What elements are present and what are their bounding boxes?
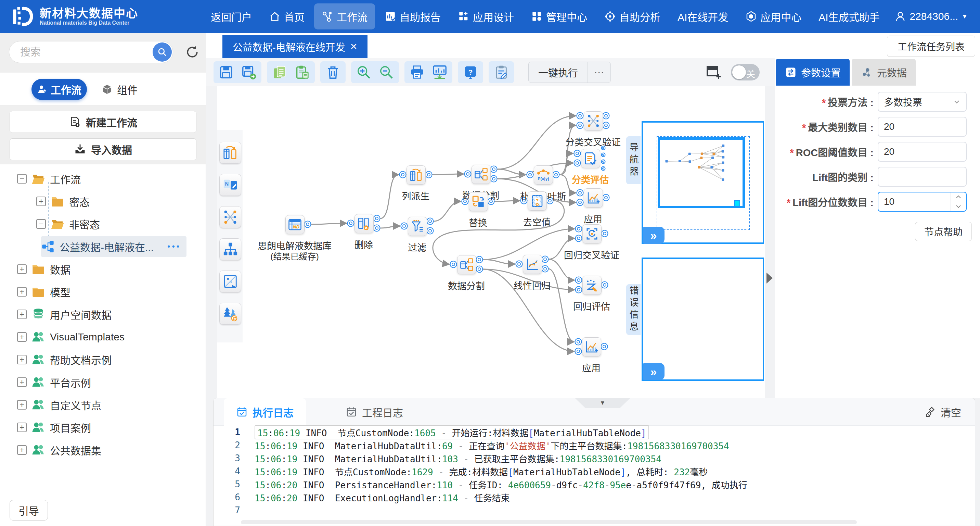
present-button[interactable]: [432, 64, 447, 80]
nav-item-8[interactable]: AI在线开发: [670, 3, 736, 29]
panel-collapse-icon[interactable]: [767, 273, 773, 284]
palette-p-scatter-button[interactable]: [220, 271, 241, 292]
nav-item-3[interactable]: 工作流: [314, 3, 375, 29]
log-line[interactable]: 7: [213, 504, 975, 517]
trash-button[interactable]: [325, 64, 341, 80]
navigator-panel[interactable]: [641, 121, 764, 244]
node-6[interactable]: [584, 111, 603, 131]
run-more-button[interactable]: ⋯: [587, 62, 611, 83]
node-7[interactable]: [581, 149, 600, 168]
run-mode-toggle[interactable]: 关: [731, 64, 760, 80]
node-2[interactable]: [407, 166, 426, 185]
tree-expander[interactable]: −: [17, 174, 27, 183]
tree-item[interactable]: +平台示例: [17, 372, 91, 392]
node-9[interactable]: [469, 192, 488, 211]
tree-item[interactable]: +公共数据集: [17, 440, 101, 460]
params-tab-1[interactable]: 参数设置: [776, 59, 850, 86]
clear-log-button[interactable]: 清空: [925, 403, 961, 421]
tree-item[interactable]: −非密态: [36, 214, 100, 234]
workflow-tab-close-icon[interactable]: ✕: [350, 41, 358, 52]
collapse-log-button[interactable]: ▼: [575, 398, 630, 408]
tree-expander[interactable]: +: [17, 265, 27, 274]
node-1[interactable]: [355, 214, 374, 233]
node-15[interactable]: [582, 337, 601, 357]
node-0[interactable]: ND: [285, 215, 305, 234]
help-button[interactable]: ?: [463, 64, 478, 80]
tree-expander[interactable]: +: [17, 332, 27, 342]
tree-item[interactable]: +密态: [36, 191, 90, 212]
tree-expander[interactable]: +: [17, 378, 27, 387]
tree-expander[interactable]: −: [36, 219, 46, 229]
node-11[interactable]: [457, 255, 476, 274]
node-4[interactable]: [471, 165, 491, 184]
sidebar-tab-workflow[interactable]: 工作流: [32, 79, 87, 100]
node-10[interactable]: ?: [528, 191, 547, 210]
error-info-tab[interactable]: 错误信息: [626, 284, 641, 335]
search-button[interactable]: [153, 43, 172, 62]
task-list-button[interactable]: 工作流任务列表: [887, 36, 975, 57]
palette-p-tree-button[interactable]: [220, 238, 241, 260]
log-line[interactable]: 515:06:20 INFO PersistanceHandler:110 - …: [213, 478, 975, 491]
tree-expander[interactable]: +: [36, 196, 46, 206]
save-button[interactable]: [218, 64, 234, 80]
input-2[interactable]: 20: [878, 117, 967, 137]
tree-item[interactable]: +用户空间数据: [17, 304, 111, 325]
new-workflow-button[interactable]: 新建工作流: [10, 111, 196, 133]
node-14[interactable]: [582, 276, 601, 295]
input-3[interactable]: 20: [878, 142, 967, 162]
window-add-icon[interactable]: [706, 64, 722, 80]
nav-item-6[interactable]: 管理中心: [523, 3, 595, 29]
logo[interactable]: 新材料大数据中心 National materials Big Data Cen…: [0, 5, 203, 28]
tree-expander[interactable]: +: [17, 422, 27, 432]
refresh-icon[interactable]: [185, 45, 200, 60]
palette-p-forest-button[interactable]: [220, 303, 241, 325]
copy-button[interactable]: [272, 64, 288, 80]
import-data-button[interactable]: 导入数据: [10, 138, 196, 160]
nav-item-4[interactable]: 自助报告: [377, 3, 448, 29]
guide-button[interactable]: 引导: [10, 500, 48, 521]
save-as-button[interactable]: [241, 64, 257, 80]
number-spinner[interactable]: [951, 193, 966, 211]
search-input[interactable]: [19, 43, 137, 61]
tree-item-more[interactable]: •••: [167, 242, 181, 251]
node-8[interactable]: [584, 188, 603, 207]
log-tab-1[interactable]: 执行日志: [224, 398, 306, 426]
select-1[interactable]: 多数投票: [878, 92, 967, 112]
tree-expander[interactable]: +: [17, 355, 27, 364]
tree-expander[interactable]: +: [17, 287, 27, 296]
zoom-in-button[interactable]: [356, 64, 372, 80]
navigator-viewport[interactable]: [658, 137, 745, 208]
node-13[interactable]: [582, 224, 601, 244]
palette-col-derive-button[interactable]: [220, 142, 241, 164]
log-line[interactable]: 315:06:19 INFO MaterialHubDataUtil:103 -…: [213, 452, 975, 465]
tree-expander[interactable]: +: [17, 309, 27, 319]
params-tab-2[interactable]: 元数据: [852, 59, 916, 86]
run-button[interactable]: 一键执行 ⋯: [528, 62, 611, 83]
nav-item-7[interactable]: 自助分析: [597, 3, 668, 29]
tree-expander[interactable]: +: [17, 400, 27, 410]
tree-item[interactable]: +模型: [17, 282, 70, 302]
tree-item[interactable]: +帮助文档示例: [17, 349, 111, 370]
tree-item[interactable]: +自定义节点: [17, 394, 101, 415]
palette-p-note-button[interactable]: N: [220, 174, 241, 196]
node-help-button[interactable]: 节点帮助: [915, 222, 972, 241]
navigator-resize-handle[interactable]: [734, 200, 740, 207]
nav-item-5[interactable]: 应用设计: [450, 3, 522, 29]
tree-item[interactable]: 公益数据-电解液在...•••: [41, 236, 186, 257]
tree-item[interactable]: −工作流: [17, 169, 81, 189]
tree-item[interactable]: +项目案例: [17, 417, 91, 438]
canvas[interactable]: N ND思朗电解液数据库(结果已缓存)删除列派生过滤数据分割P(x|y)朴素贝叶…: [217, 86, 765, 398]
workflow-tab[interactable]: 公益数据-电解液在线开发 ✕: [223, 35, 368, 58]
log-line[interactable]: 215:06:19 INFO MaterialHubDataUtil:69 - …: [213, 439, 975, 452]
nav-item-10[interactable]: AI生成式助手: [811, 3, 887, 29]
paste-button[interactable]: [294, 64, 310, 80]
navigator-expand-button[interactable]: »: [643, 227, 665, 244]
log-line[interactable]: 115:06:19 INFO 节点CustomNode:1605 - 开始运行:…: [213, 426, 975, 439]
input-4[interactable]: [878, 167, 967, 186]
print-button[interactable]: [409, 64, 425, 80]
zoom-out-button[interactable]: [379, 64, 394, 80]
sidebar-tab-components[interactable]: 组件: [101, 79, 138, 100]
log-scrollbar[interactable]: [241, 520, 857, 524]
error-expand-button[interactable]: »: [643, 363, 665, 380]
log-tab-2[interactable]: 工程日志: [333, 398, 415, 426]
